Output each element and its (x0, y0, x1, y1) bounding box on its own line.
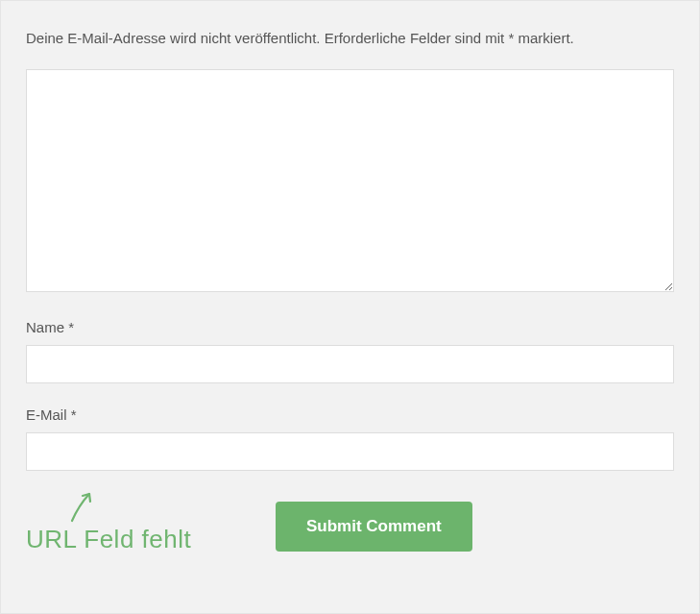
arrow-icon (64, 488, 103, 527)
bottom-row: URL Feld fehlt Submit Comment (26, 498, 674, 554)
comment-textarea[interactable] (26, 69, 674, 292)
submit-button[interactable]: Submit Comment (276, 502, 472, 552)
form-notice: Deine E-Mail-Adresse wird nicht veröffen… (26, 28, 674, 48)
email-field-block: E-Mail * (26, 406, 674, 471)
name-label: Name * (26, 319, 674, 335)
email-input[interactable] (26, 432, 674, 471)
annotation: URL Feld fehlt (26, 498, 256, 554)
name-input[interactable] (26, 345, 674, 383)
name-field-block: Name * (26, 319, 674, 383)
comment-form: Deine E-Mail-Adresse wird nicht veröffen… (0, 0, 700, 614)
email-label: E-Mail * (26, 406, 674, 423)
annotation-text: URL Feld fehlt (26, 525, 256, 554)
